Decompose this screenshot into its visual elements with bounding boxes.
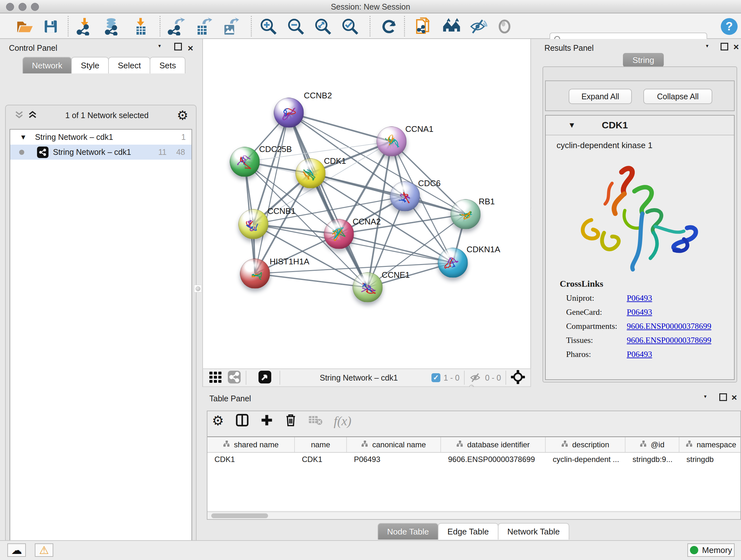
node-label-ccnb1: CCNB1 [267,206,295,216]
column-header--id[interactable]: @id [625,437,679,452]
export-network-icon[interactable] [167,17,186,36]
column-header-canonical-name[interactable]: canonical name [347,437,441,452]
tab-edge-table[interactable]: Edge Table [438,523,498,540]
table-horizontal-scrollbar[interactable] [207,511,740,519]
tab-network-table[interactable]: Network Table [498,523,569,540]
zoom-in-icon[interactable] [259,17,278,36]
network-view-canvas[interactable]: CCNB2CCNA1CDC25BCDK1CDC6RB1CCNB1CCNA2CDK… [202,39,531,368]
zoom-fit-icon[interactable] [314,17,332,36]
grid-view-icon[interactable] [209,370,222,385]
show-columns-icon[interactable] [235,414,249,428]
network-node-ccnb1[interactable] [239,209,268,239]
results-panel-close-icon[interactable]: × [733,42,739,52]
crosslink-label: Uniprot: [566,294,627,303]
network-share-view-icon[interactable] [227,370,241,385]
gene-description: cyclin-dependent kinase 1 [556,140,734,150]
first-neighbors-icon[interactable] [442,17,461,36]
import-table-icon[interactable] [132,17,151,36]
tab-style[interactable]: Style [71,57,109,73]
help-icon[interactable]: ? [720,17,738,36]
protein-structure-image [574,153,698,277]
hidden-eye-icon[interactable] [469,371,482,385]
table-panel-close-icon[interactable]: × [731,392,737,403]
tab-string[interactable]: String [623,53,664,67]
table-cell: CDK1 [207,453,295,466]
network-row-selected[interactable]: String Network – cdk1 11 48 [10,145,192,160]
network-node-ccne1[interactable] [353,272,383,302]
warnings-button[interactable]: ⚠ [35,543,53,557]
column-header-namespace[interactable]: namespace [679,437,740,452]
show-all-icon[interactable] [495,17,514,36]
collapse-all-button[interactable]: Collapse All [643,89,712,104]
table-row[interactable]: CDK1CDK1P064939606.ENSP00000378699cyclin… [207,453,740,466]
column-header-name[interactable]: name [295,437,347,452]
toolbar-separator [506,371,506,385]
gene-section-header[interactable]: ▼ CDK1 [546,116,734,135]
refresh-icon[interactable] [380,17,398,36]
memory-button[interactable]: Memory [687,543,735,557]
column-header-shared-name[interactable]: shared name [207,437,295,452]
network-node-rb1[interactable] [451,199,481,229]
zoom-out-icon[interactable] [286,17,305,36]
delete-column-icon[interactable] [285,414,297,428]
birds-eye-view-icon[interactable] [258,370,272,385]
hide-selected-icon[interactable] [469,17,488,36]
add-column-icon[interactable] [260,414,273,428]
table-panel-maximize-icon[interactable] [719,393,727,401]
tab-network[interactable]: Network [22,57,72,73]
results-panel-maximize-icon[interactable] [721,43,728,51]
export-image-icon[interactable] [221,17,239,36]
crosslink-link[interactable]: P06493 [627,307,652,317]
column-header-database-identifier[interactable]: database identifier [441,437,546,452]
control-panel-close-icon[interactable]: × [188,43,193,54]
network-node-cdc6[interactable] [390,181,420,211]
import-network-icon[interactable] [75,17,94,36]
results-panel-float-icon[interactable]: ▾ [706,43,709,49]
crosslink-link[interactable]: P06493 [627,350,652,359]
control-panel-maximize-icon[interactable] [174,43,182,51]
import-network-from-database-icon[interactable] [103,17,121,36]
open-session-icon[interactable] [15,17,34,36]
cloud-status-button[interactable]: ☁ [7,543,26,557]
crosslink-link[interactable]: 9606.ENSP00000378699 [627,321,711,331]
export-table-icon[interactable] [194,17,212,36]
control-panel-float-icon[interactable]: ▾ [158,43,161,49]
network-node-ccnb2[interactable] [274,98,304,128]
collection-expand-icon[interactable]: ▼ [20,133,27,141]
network-node-cdkn1a[interactable] [438,248,468,278]
save-session-icon[interactable] [42,17,60,36]
crosslink-row: Uniprot:P06493 [566,294,734,303]
hierarchy-icon [686,440,693,449]
network-collection-row[interactable]: ▼ String Network – cdk1 1 [10,130,192,145]
node-position-icon[interactable] [511,370,525,386]
control-panel-title: Control Panel [9,44,57,53]
left-splitter-handle[interactable] [194,285,202,293]
scrollbar-thumb[interactable] [211,513,268,518]
network-status-dot [19,150,24,155]
expand-all-networks-icon[interactable] [28,110,37,121]
column-header-description[interactable]: description [546,437,625,452]
network-node-cdc25b[interactable] [230,147,260,177]
selected-checkbox-icon[interactable]: ✓ [431,373,441,382]
protein-ribbon-thumbnail [377,127,407,157]
node-label-cdc6: CDC6 [418,179,441,188]
network-node-ccna1[interactable] [377,126,407,157]
expand-all-button[interactable]: Expand All [569,89,632,104]
new-network-from-file-icon[interactable] [414,17,433,36]
crosslink-link[interactable]: 9606.ENSP00000378699 [627,335,711,345]
table-options-gear-icon[interactable]: ⚙ [212,414,224,428]
tab-select[interactable]: Select [108,57,150,73]
network-node-ccna2[interactable] [324,219,354,249]
collapse-all-networks-icon[interactable] [15,110,23,121]
tab-node-table[interactable]: Node Table [378,523,439,540]
crosslink-row: GeneCard:P06493 [566,307,734,317]
network-node-cdk1[interactable] [295,159,326,188]
table-panel-float-icon[interactable]: ▾ [704,393,706,399]
gene-collapse-icon[interactable]: ▼ [568,121,576,130]
tab-sets[interactable]: Sets [150,57,185,73]
network-node-hist1h1a[interactable] [240,259,270,289]
zoom-selected-icon[interactable] [341,17,359,36]
protein-ribbon-thumbnail [274,98,304,128]
crosslink-link[interactable]: P06493 [627,294,652,303]
network-options-gear-icon[interactable]: ⚙ [177,109,188,122]
